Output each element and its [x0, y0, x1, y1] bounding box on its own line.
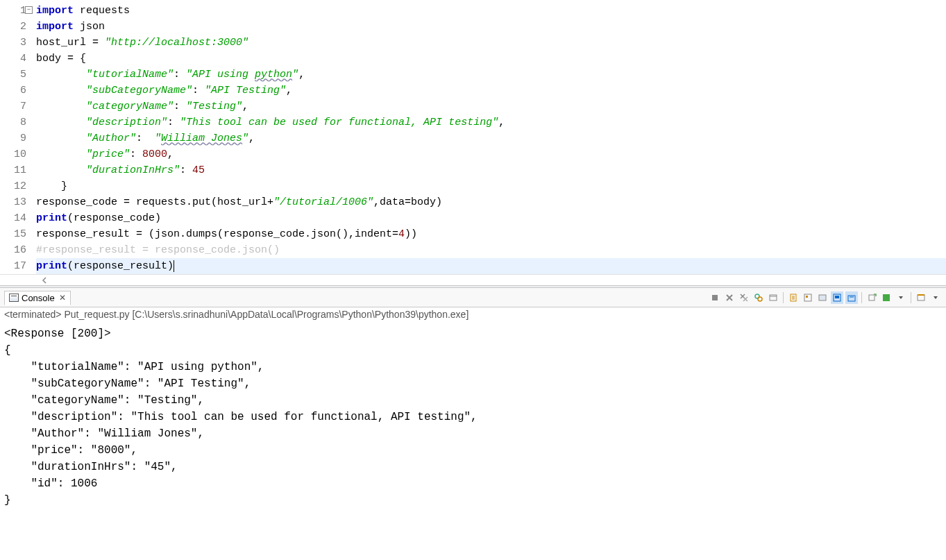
- pin-console-icon[interactable]: [831, 291, 843, 304]
- code-line[interactable]: import requests: [36, 3, 946, 19]
- svg-rect-9: [835, 296, 839, 298]
- line-number: 2: [0, 19, 26, 35]
- code-line[interactable]: "Author": "William Jones",: [36, 130, 946, 146]
- line-number: 14: [0, 210, 26, 226]
- display-selected-icon[interactable]: [816, 291, 829, 304]
- svg-rect-3: [770, 295, 777, 300]
- code-line[interactable]: "categoryName": "Testing",: [36, 99, 946, 114]
- line-number: 6: [0, 83, 26, 99]
- code-line[interactable]: response_code = requests.put(host_url+"/…: [36, 194, 946, 210]
- console-tab-label: Console: [22, 293, 55, 303]
- scroll-lock-icon[interactable]: [787, 291, 800, 304]
- open-console-icon[interactable]: [845, 291, 858, 304]
- terminate-icon[interactable]: [709, 291, 721, 304]
- code-line[interactable]: print(response_result): [36, 258, 946, 274]
- console-header: Console ✕: [0, 288, 946, 307]
- clear-console-icon[interactable]: [767, 291, 779, 304]
- scroll-left-icon[interactable]: [42, 277, 49, 284]
- code-line[interactable]: "tutorialName": "API using python",: [36, 67, 946, 83]
- fold-icon[interactable]: −: [25, 6, 33, 14]
- line-number: 10: [0, 146, 26, 162]
- line-number: 3: [0, 35, 26, 51]
- line-number-gutter: 1−234567891011121314151617: [0, 3, 31, 274]
- line-number: 1−: [0, 3, 26, 19]
- svg-rect-12: [883, 294, 890, 301]
- code-line[interactable]: "description": "This tool can be used fo…: [36, 114, 946, 130]
- link-icon[interactable]: [752, 291, 765, 304]
- svg-rect-6: [806, 296, 808, 298]
- remove-all-icon[interactable]: [738, 291, 750, 304]
- close-tab-icon[interactable]: ✕: [59, 293, 66, 303]
- console-run-path: <terminated> Put_request.py [C:\Users\s.…: [0, 307, 946, 324]
- show-console-icon[interactable]: [802, 291, 814, 304]
- toolbar-separator: [783, 292, 784, 303]
- code-editor[interactable]: 1−234567891011121314151617 import reques…: [0, 0, 946, 285]
- line-number: 9: [0, 130, 26, 146]
- new-console-icon[interactable]: [865, 291, 878, 304]
- minimize-icon[interactable]: [915, 291, 927, 304]
- code-line[interactable]: #response_result = response_code.json(): [36, 242, 946, 258]
- line-number: 11: [0, 162, 26, 178]
- line-number: 4: [0, 51, 26, 67]
- svg-rect-0: [712, 295, 718, 300]
- text-cursor: [174, 260, 174, 272]
- code-line[interactable]: print(response_code): [36, 210, 946, 226]
- svg-rect-11: [869, 295, 875, 300]
- remove-launch-icon[interactable]: [723, 291, 736, 304]
- line-number: 16: [0, 242, 26, 258]
- code-content[interactable]: import requestsimport jsonhost_url = "ht…: [31, 3, 946, 274]
- svg-rect-7: [819, 295, 826, 300]
- code-line[interactable]: "subCategoryName": "API Testing",: [36, 83, 946, 99]
- console-toolbar: [709, 291, 942, 304]
- line-number: 7: [0, 99, 26, 114]
- svg-rect-13: [918, 295, 924, 300]
- line-number: 8: [0, 114, 26, 130]
- dropdown-icon[interactable]: [895, 291, 907, 304]
- code-line[interactable]: import json: [36, 19, 946, 35]
- console-output[interactable]: <Response [200]> { "tutorialName": "API …: [0, 324, 946, 560]
- line-number: 13: [0, 194, 26, 210]
- run-icon[interactable]: [880, 291, 893, 304]
- code-line[interactable]: body = {: [36, 51, 946, 67]
- svg-rect-10: [848, 296, 855, 301]
- toolbar-separator: [911, 292, 911, 303]
- line-number: 5: [0, 67, 26, 83]
- line-number: 17: [0, 258, 26, 274]
- code-line[interactable]: }: [36, 178, 946, 194]
- line-number: 12: [0, 178, 26, 194]
- code-line[interactable]: "durationInHrs": 45: [36, 162, 946, 178]
- console-icon: [9, 294, 19, 302]
- console-tab[interactable]: Console ✕: [4, 291, 71, 305]
- svg-point-2: [758, 297, 762, 301]
- toolbar-separator: [861, 292, 862, 303]
- line-number: 15: [0, 226, 26, 242]
- code-line[interactable]: response_result = (json.dumps(response_c…: [36, 226, 946, 242]
- code-line[interactable]: host_url = "http://localhost:3000": [36, 35, 946, 51]
- code-line[interactable]: "price": 8000,: [36, 146, 946, 162]
- horizontal-scrollbar[interactable]: [0, 274, 946, 285]
- maximize-dropdown-icon[interactable]: [929, 291, 942, 304]
